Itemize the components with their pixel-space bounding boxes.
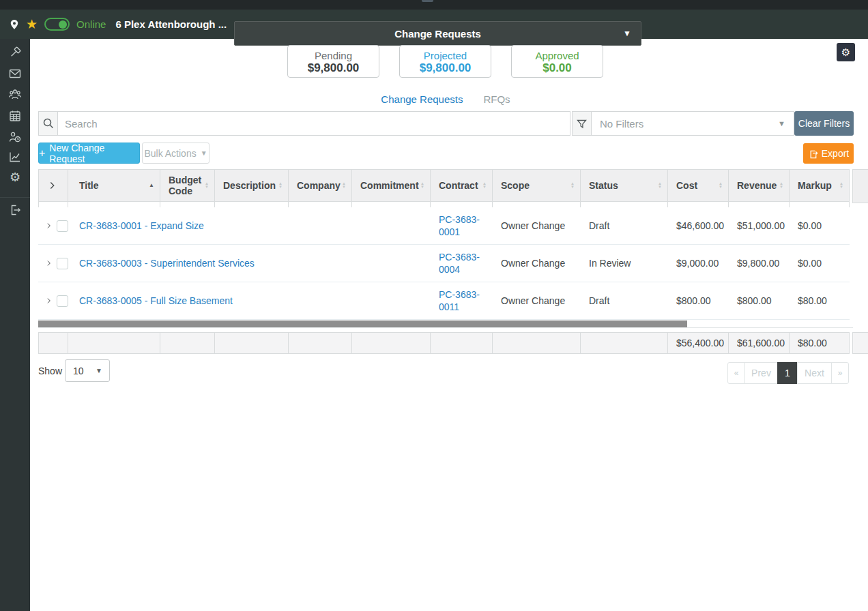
online-label: Online bbox=[76, 18, 106, 30]
prev-page-button[interactable]: Prev bbox=[744, 362, 778, 384]
project-name: 6 Plex Attenborough ... bbox=[115, 18, 227, 30]
change-request-link[interactable]: CR-3683-0001 - Expand Size bbox=[79, 220, 204, 231]
toggle-knob bbox=[59, 20, 67, 29]
app-screen: ★ Online 6 Plex Attenborough ... Change … bbox=[0, 0, 868, 611]
cell-cost: $9,000.00 bbox=[668, 258, 729, 269]
last-page-button[interactable]: » bbox=[831, 362, 849, 384]
calendar-icon[interactable] bbox=[8, 109, 22, 123]
time-clock-icon[interactable] bbox=[8, 130, 22, 144]
cell-status: Draft bbox=[581, 295, 668, 306]
sort-icon: ▲▼ bbox=[482, 182, 487, 189]
window-top-strip bbox=[0, 0, 868, 10]
logout-icon[interactable] bbox=[8, 203, 22, 217]
cell-cost: $800.00 bbox=[668, 295, 729, 306]
next-page-button[interactable]: Next bbox=[797, 362, 832, 384]
export-button[interactable]: Export bbox=[803, 143, 854, 164]
online-toggle[interactable] bbox=[44, 18, 70, 31]
chart-icon[interactable] bbox=[8, 150, 22, 164]
cell-status: Draft bbox=[581, 220, 668, 231]
sort-icon: ▲▼ bbox=[420, 182, 424, 189]
horizontal-scrollbar[interactable] bbox=[38, 321, 853, 328]
gear-icon[interactable]: ⚙ bbox=[8, 170, 22, 184]
scrollbar-thumb[interactable] bbox=[38, 321, 687, 327]
summary-card-projected: Projected $9,800.00 bbox=[399, 45, 491, 78]
column-header-status[interactable]: Status▲▼ bbox=[581, 170, 668, 201]
cell-markup: $0.00 bbox=[790, 220, 850, 231]
search-input[interactable] bbox=[58, 112, 570, 135]
cell-revenue: $9,800.00 bbox=[729, 258, 790, 269]
row-checkbox[interactable] bbox=[57, 295, 68, 307]
cell-revenue: $51,000.00 bbox=[729, 220, 790, 231]
sort-icon: ▲▼ bbox=[342, 182, 346, 189]
expand-row-icon[interactable] bbox=[45, 258, 53, 269]
column-header-budget-code[interactable]: Budget Code▲▼ bbox=[160, 170, 215, 201]
expand-row-icon[interactable] bbox=[45, 295, 53, 306]
column-header-company[interactable]: Company▲▼ bbox=[289, 170, 352, 201]
change-requests-table: Title▲ Budget Code▲▼ Description▲▼ Compa… bbox=[38, 169, 850, 320]
totals-row: $56,400.00 $61,600.00 $80.00 bbox=[38, 332, 850, 354]
column-header-description[interactable]: Description▲▼ bbox=[215, 170, 289, 201]
column-header-expand[interactable] bbox=[38, 170, 68, 201]
chevron-right-icon bbox=[47, 180, 58, 191]
column-header-scope[interactable]: Scope▲▼ bbox=[493, 170, 581, 201]
column-header-revenue[interactable]: Revenue▲▼ bbox=[729, 170, 790, 201]
tab-change-requests[interactable]: Change Requests bbox=[381, 93, 463, 105]
cell-markup: $0.00 bbox=[790, 258, 850, 269]
row-checkbox[interactable] bbox=[57, 220, 68, 232]
page-size-value: 10 bbox=[66, 366, 96, 376]
contract-link[interactable]: PC-3683-0011 bbox=[439, 289, 480, 312]
settings-gear-icon: ⚙ bbox=[841, 47, 850, 57]
sort-icon: ▲▼ bbox=[779, 182, 783, 189]
page-size-select[interactable]: 10 ▼ bbox=[65, 359, 110, 382]
filter-dropdown[interactable]: No Filters ▼ bbox=[572, 111, 794, 136]
search-icon bbox=[39, 112, 58, 135]
chevron-down-icon: ▼ bbox=[623, 29, 631, 38]
sort-icon: ▲▼ bbox=[658, 182, 662, 189]
table-row: CR-3683-0003 - Superintendent Services P… bbox=[38, 245, 850, 282]
sort-icon: ▲▼ bbox=[205, 182, 209, 189]
column-header-title[interactable]: Title▲ bbox=[68, 170, 160, 201]
first-page-button[interactable]: « bbox=[727, 362, 745, 384]
page-selector-dropdown[interactable]: Change Requests ▼ bbox=[234, 21, 641, 46]
tab-rfqs[interactable]: RFQs bbox=[483, 93, 510, 105]
app-sidebar: ⚙ bbox=[0, 39, 30, 611]
card-label: Approved bbox=[512, 50, 603, 61]
chevron-down-icon: ▼ bbox=[201, 149, 207, 157]
summary-card-pending: Pending $9,800.00 bbox=[287, 45, 379, 78]
settings-gear-button[interactable]: ⚙ bbox=[837, 43, 855, 61]
clear-filters-button[interactable]: Clear Filters bbox=[794, 111, 854, 136]
column-header-commitment[interactable]: Commitment▲▼ bbox=[352, 170, 431, 201]
total-markup: $80.00 bbox=[790, 333, 850, 353]
row-checkbox[interactable] bbox=[57, 258, 68, 269]
contacts-icon[interactable] bbox=[8, 88, 22, 102]
cell-scope: Owner Change bbox=[493, 258, 581, 269]
map-pin-icon[interactable] bbox=[10, 18, 19, 31]
star-icon[interactable]: ★ bbox=[26, 18, 38, 31]
column-header-cost[interactable]: Cost▲▼ bbox=[668, 170, 729, 201]
search-box bbox=[38, 111, 570, 136]
expand-row-icon[interactable] bbox=[45, 220, 53, 231]
contract-link[interactable]: PC-3683-0001 bbox=[439, 214, 480, 237]
card-value: $0.00 bbox=[512, 61, 603, 75]
card-label: Pending bbox=[288, 50, 379, 61]
new-change-request-button[interactable]: + New Change Request bbox=[38, 143, 140, 164]
sort-icon: ▲▼ bbox=[278, 182, 283, 189]
mail-icon[interactable] bbox=[8, 67, 22, 80]
tab-bar: Change Requests RFQs bbox=[30, 92, 861, 106]
table-scrollbar-spacer bbox=[852, 169, 868, 203]
current-page-button[interactable]: 1 bbox=[777, 362, 798, 384]
total-revenue: $61,600.00 bbox=[729, 333, 790, 353]
change-request-link[interactable]: CR-3683-0005 - Full Size Basement bbox=[79, 295, 233, 306]
totals-scrollbar-spacer bbox=[852, 332, 868, 354]
bulk-actions-button[interactable]: Bulk Actions ▼ bbox=[142, 143, 209, 164]
column-header-markup[interactable]: Markup▲▼ bbox=[790, 170, 850, 201]
cell-cost: $46,600.00 bbox=[668, 220, 729, 231]
card-value: $9,800.00 bbox=[288, 61, 379, 75]
hammer-icon[interactable] bbox=[8, 46, 22, 59]
filter-value: No Filters bbox=[592, 118, 778, 130]
cell-scope: Owner Change bbox=[493, 220, 581, 231]
contract-link[interactable]: PC-3683-0004 bbox=[439, 252, 480, 275]
column-header-contract[interactable]: Contract▲▼ bbox=[431, 170, 493, 201]
change-request-link[interactable]: CR-3683-0003 - Superintendent Services bbox=[79, 258, 255, 269]
total-cost: $56,400.00 bbox=[668, 333, 729, 353]
